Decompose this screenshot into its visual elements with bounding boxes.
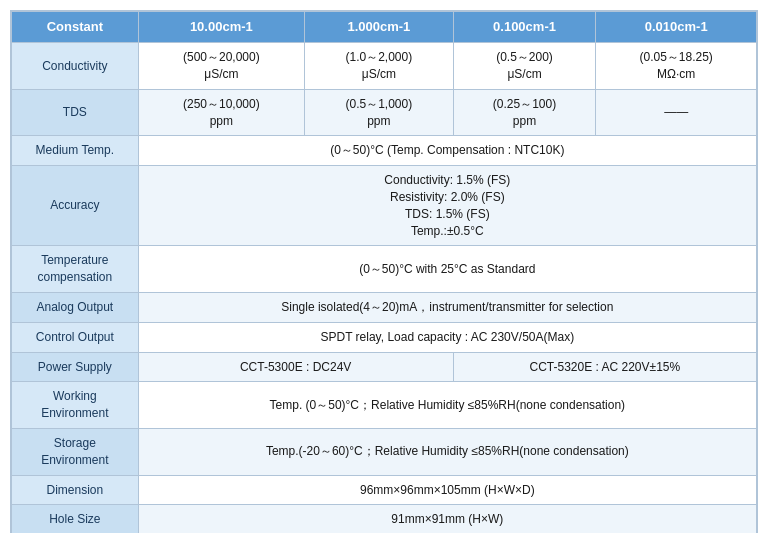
header-col3: 0.100cm-1: [453, 12, 596, 43]
specs-table-container: Constant 10.00cm-1 1.000cm-1 0.100cm-1 0…: [10, 10, 758, 533]
row-cell-analog-output: Single isolated(4～20)mA，instrument/trans…: [138, 292, 756, 322]
row-cell-hole-size: 91mm×91mm (H×W): [138, 505, 756, 533]
row-cell-storage-environment: Temp.(-20～60)°C；Relative Humidity ≤85%RH…: [138, 428, 756, 475]
table-row-dimension: Dimension96mm×96mm×105mm (H×W×D): [12, 475, 757, 505]
row-header-dimension: Dimension: [12, 475, 139, 505]
table-row-temperature-compensation: Temperature compensation(0～50)°C with 25…: [12, 246, 757, 293]
table-row-working-environment: Working EnvironmentTemp. (0～50)°C；Relati…: [12, 382, 757, 429]
table-row-storage-environment: Storage EnvironmentTemp.(-20～60)°C；Relat…: [12, 428, 757, 475]
row-cell-temperature-compensation: (0～50)°C with 25°C as Standard: [138, 246, 756, 293]
row-header-storage-environment: Storage Environment: [12, 428, 139, 475]
row-cell-power-supply-left: CCT-5300E : DC24V: [138, 352, 453, 382]
row-cell-tds-col3: (0.25～100)ppm: [453, 89, 596, 136]
header-col1: 10.00cm-1: [138, 12, 304, 43]
table-row-tds: TDS(250～10,000)ppm(0.5～1,000)ppm(0.25～10…: [12, 89, 757, 136]
row-cell-conductivity-col3: (0.5～200)μS/cm: [453, 43, 596, 90]
row-header-accuracy: Accuracy: [12, 166, 139, 246]
row-cell-tds-col1: (250～10,000)ppm: [138, 89, 304, 136]
row-header-power-supply: Power Supply: [12, 352, 139, 382]
table-row-hole-size: Hole Size91mm×91mm (H×W): [12, 505, 757, 533]
row-header-conductivity: Conductivity: [12, 43, 139, 90]
row-header-control-output: Control Output: [12, 322, 139, 352]
table-row-control-output: Control OutputSPDT relay, Load capacity …: [12, 322, 757, 352]
row-cell-conductivity-col2: (1.0～2,000)μS/cm: [305, 43, 454, 90]
row-cell-dimension: 96mm×96mm×105mm (H×W×D): [138, 475, 756, 505]
row-cell-power-supply-right: CCT-5320E : AC 220V±15%: [453, 352, 756, 382]
row-header-hole-size: Hole Size: [12, 505, 139, 533]
row-header-tds: TDS: [12, 89, 139, 136]
header-col2: 1.000cm-1: [305, 12, 454, 43]
row-cell-tds-col4: ——: [596, 89, 757, 136]
row-cell-medium-temp: (0～50)°C (Temp. Compensation : NTC10K): [138, 136, 756, 166]
specs-table: Constant 10.00cm-1 1.000cm-1 0.100cm-1 0…: [11, 11, 757, 533]
row-header-analog-output: Analog Output: [12, 292, 139, 322]
header-col4: 0.010cm-1: [596, 12, 757, 43]
row-cell-control-output: SPDT relay, Load capacity : AC 230V/50A(…: [138, 322, 756, 352]
table-row-power-supply: Power SupplyCCT-5300E : DC24VCCT-5320E :…: [12, 352, 757, 382]
row-cell-working-environment: Temp. (0～50)°C；Relative Humidity ≤85%RH(…: [138, 382, 756, 429]
row-cell-tds-col2: (0.5～1,000)ppm: [305, 89, 454, 136]
row-cell-conductivity-col1: (500～20,000)μS/cm: [138, 43, 304, 90]
row-header-medium-temp: Medium Temp.: [12, 136, 139, 166]
header-row: Constant 10.00cm-1 1.000cm-1 0.100cm-1 0…: [12, 12, 757, 43]
row-header-working-environment: Working Environment: [12, 382, 139, 429]
table-row-medium-temp: Medium Temp.(0～50)°C (Temp. Compensation…: [12, 136, 757, 166]
row-cell-accuracy: Conductivity: 1.5% (FS)Resistivity: 2.0%…: [138, 166, 756, 246]
table-row-analog-output: Analog OutputSingle isolated(4～20)mA，ins…: [12, 292, 757, 322]
header-constant: Constant: [12, 12, 139, 43]
table-row-conductivity: Conductivity(500～20,000)μS/cm(1.0～2,000)…: [12, 43, 757, 90]
table-row-accuracy: AccuracyConductivity: 1.5% (FS)Resistivi…: [12, 166, 757, 246]
row-header-temperature-compensation: Temperature compensation: [12, 246, 139, 293]
row-cell-conductivity-col4: (0.05～18.25)MΩ·cm: [596, 43, 757, 90]
